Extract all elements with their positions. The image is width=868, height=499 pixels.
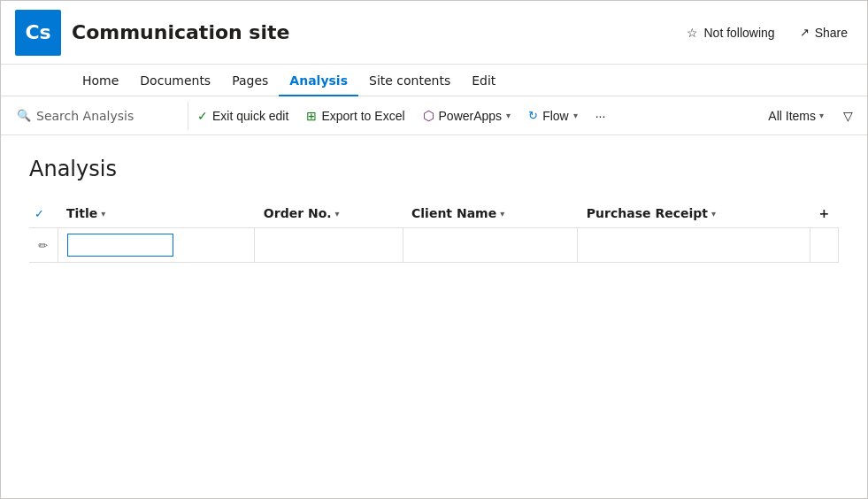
th-select-all[interactable]: ✓ [29, 199, 58, 228]
exit-quick-edit-label: Exit quick edit [212, 109, 288, 123]
share-label: Share [815, 26, 848, 40]
td-client-name [403, 228, 578, 263]
td-add-col-cell [810, 228, 839, 263]
powerapps-icon: ⬡ [423, 108, 434, 124]
th-order-no: Order No. ▾ [255, 199, 403, 228]
th-add-column[interactable]: + [810, 199, 839, 228]
exit-quick-edit-button[interactable]: ✓ Exit quick edit [188, 96, 297, 135]
not-following-label: Not following [703, 26, 774, 40]
page-title: Analysis [29, 157, 839, 181]
excel-icon: ⊞ [306, 109, 317, 123]
search-text: Search Analysis [36, 109, 134, 123]
all-items-label: All Items [768, 109, 816, 123]
share-button[interactable]: ↗ Share [795, 22, 853, 43]
filter-icon: ▽ [843, 109, 853, 123]
flow-icon: ↻ [528, 109, 538, 122]
powerapps-label: PowerApps [439, 109, 503, 123]
export-to-excel-label: Export to Excel [321, 109, 404, 123]
site-logo: Cs [15, 10, 61, 56]
th-client-name-label: Client Name [411, 206, 496, 220]
header-actions: ☆ Not following ↗ Share [681, 22, 853, 43]
share-icon: ↗ [800, 26, 810, 39]
nav-item-analysis[interactable]: Analysis [279, 65, 358, 96]
more-button[interactable]: ··· [587, 96, 615, 135]
nav-item-edit[interactable]: Edit [461, 65, 506, 96]
th-title: Title ▾ [58, 199, 255, 228]
title-input[interactable] [67, 234, 173, 257]
nav-item-documents[interactable]: Documents [129, 65, 221, 96]
th-purchase-receipt-label: Purchase Receipt [587, 206, 708, 220]
search-icon: 🔍 [17, 109, 31, 122]
flow-chevron-icon: ▾ [573, 111, 578, 120]
powerapps-button[interactable]: ⬡ PowerApps ▾ [414, 96, 520, 135]
th-title-label: Title [66, 206, 97, 220]
main-content: Analysis ✓ Title ▾ Order No. ▾ [1, 135, 867, 499]
nav-item-pages[interactable]: Pages [221, 65, 279, 96]
site-title: Communication site [72, 21, 681, 43]
nav-item-site-contents[interactable]: Site contents [358, 65, 461, 96]
client-name-sort-icon[interactable]: ▾ [500, 209, 504, 219]
checkmark-icon: ✓ [197, 109, 208, 123]
search-box[interactable]: 🔍 Search Analysis [8, 102, 188, 130]
td-title [58, 228, 255, 263]
not-following-button[interactable]: ☆ Not following [681, 22, 780, 43]
cmd-right: All Items ▾ ▽ [759, 96, 860, 135]
td-purchase-receipt [578, 228, 810, 263]
site-header: Cs Communication site ☆ Not following ↗ … [1, 1, 867, 65]
all-items-chevron-icon: ▾ [819, 111, 824, 120]
table-row: ✏ [29, 228, 839, 263]
table-header-row: ✓ Title ▾ Order No. ▾ Client Na [29, 199, 839, 228]
star-icon: ☆ [687, 26, 698, 40]
export-to-excel-button[interactable]: ⊞ Export to Excel [297, 96, 413, 135]
edit-row-icon[interactable]: ✏ [38, 239, 48, 252]
th-order-no-label: Order No. [264, 206, 332, 220]
th-purchase-receipt: Purchase Receipt ▾ [578, 199, 810, 228]
th-client-name: Client Name ▾ [403, 199, 578, 228]
checkmark-all-icon: ✓ [35, 207, 44, 220]
command-bar: 🔍 Search Analysis ✓ Exit quick edit ⊞ Ex… [1, 96, 867, 135]
td-order-no [255, 228, 403, 263]
powerapps-chevron-icon: ▾ [506, 111, 511, 120]
more-icon: ··· [595, 109, 606, 123]
site-nav: Home Documents Pages Analysis Site conte… [1, 65, 867, 96]
title-sort-icon[interactable]: ▾ [101, 209, 105, 219]
list-table: ✓ Title ▾ Order No. ▾ Client Na [29, 199, 839, 263]
flow-label: Flow [542, 109, 569, 123]
order-no-sort-icon[interactable]: ▾ [335, 209, 340, 219]
flow-button[interactable]: ↻ Flow ▾ [519, 96, 587, 135]
td-edit: ✏ [29, 228, 58, 263]
filter-button[interactable]: ▽ [836, 96, 860, 135]
nav-item-home[interactable]: Home [72, 65, 129, 96]
all-items-button[interactable]: All Items ▾ [759, 96, 833, 135]
purchase-receipt-sort-icon[interactable]: ▾ [711, 209, 716, 219]
